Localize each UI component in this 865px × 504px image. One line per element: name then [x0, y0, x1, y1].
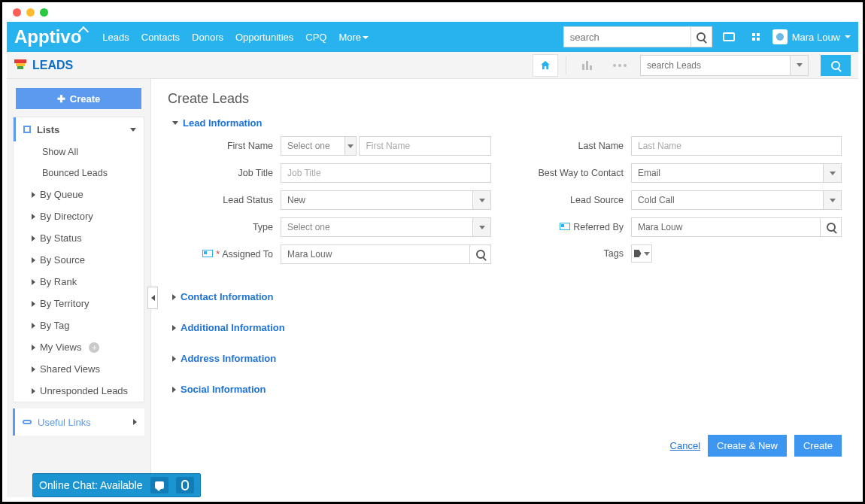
chevron-right-icon	[172, 356, 176, 362]
best-way-select[interactable]: Email	[631, 163, 824, 183]
apps-icon[interactable]	[745, 26, 766, 47]
section-lead-information[interactable]: Lead Information	[172, 117, 842, 129]
search-icon	[697, 32, 706, 41]
sidebar-item-by-directory[interactable]: By Directory	[14, 205, 144, 227]
nav-cpq[interactable]: CPQ	[305, 32, 326, 43]
chevron-down-icon	[479, 199, 485, 202]
chevron-down-icon	[830, 172, 836, 175]
type-dropdown-button[interactable]	[473, 217, 491, 237]
sidebar-item-by-rank[interactable]: By Rank	[14, 271, 144, 293]
chevron-down-icon	[479, 226, 485, 229]
user-name-label: Mara Louw	[792, 32, 840, 43]
nav-more[interactable]: More	[338, 32, 369, 43]
nav-contacts[interactable]: Contacts	[141, 32, 180, 43]
job-title-input[interactable]	[281, 163, 491, 183]
link-icon	[23, 420, 32, 424]
user-menu[interactable]: Mara Louw	[772, 29, 851, 44]
add-view-icon[interactable]: +	[89, 342, 99, 353]
sidebar-item-by-territory[interactable]: By Territory	[14, 293, 144, 314]
first-name-label: First Name	[168, 141, 281, 151]
chevron-down-icon	[830, 199, 836, 202]
lead-source-dropdown-button[interactable]	[824, 190, 842, 210]
sidebar-useful-links[interactable]: Useful Links	[13, 408, 144, 436]
search-icon	[476, 250, 485, 259]
page-title: Create Leads	[168, 91, 842, 107]
chevron-down-icon	[644, 252, 650, 256]
window-controls	[13, 8, 48, 17]
referred-by-lookup-button[interactable]	[821, 217, 842, 237]
minimize-window-icon[interactable]	[26, 8, 35, 17]
nav-donors[interactable]: Donors	[192, 32, 223, 43]
chevron-right-icon	[172, 325, 176, 331]
lead-source-label: Lead Source	[518, 195, 631, 205]
type-label: Type	[168, 222, 281, 232]
global-search-button[interactable]	[691, 26, 712, 47]
store-icon[interactable]	[718, 26, 739, 47]
maximize-window-icon[interactable]	[40, 8, 48, 17]
tag-icon	[634, 250, 642, 257]
tags-button[interactable]	[631, 244, 652, 263]
tags-label: Tags	[518, 248, 631, 259]
card-icon	[560, 223, 570, 230]
create-button[interactable]: ✚ Create	[16, 88, 141, 109]
section-social-information[interactable]: Social Information	[172, 384, 842, 395]
sidebar-item-by-status[interactable]: By Status	[14, 227, 144, 249]
search-icon	[831, 61, 840, 70]
cancel-link[interactable]: Cancel	[670, 440, 700, 451]
close-window-icon[interactable]	[13, 8, 21, 17]
sidebar-item-my-views[interactable]: My Views+	[14, 336, 144, 358]
referred-by-field[interactable]: Mara Louw	[631, 217, 821, 237]
last-name-label: Last Name	[518, 141, 631, 151]
assigned-to-label: *Assigned To	[168, 249, 281, 260]
best-way-dropdown-button[interactable]	[824, 163, 842, 183]
sidebar-item-by-queue[interactable]: By Queue	[14, 184, 144, 205]
sidebar: ✚ Create Lists Show All Bounced Leads By…	[7, 79, 151, 497]
grid-icon	[23, 126, 31, 133]
sidebar-item-shared-views[interactable]: Shared Views	[14, 358, 144, 380]
module-search-input[interactable]	[640, 55, 791, 76]
card-icon	[202, 250, 213, 257]
sidebar-item-unresponded[interactable]: Unresponded Leads	[14, 380, 144, 402]
sidebar-lists-header[interactable]: Lists	[14, 117, 144, 141]
nav-opportunities[interactable]: Opportunities	[235, 32, 293, 43]
first-name-input[interactable]	[359, 136, 491, 156]
lead-status-dropdown-button[interactable]	[473, 190, 491, 210]
section-additional-information[interactable]: Additional Information	[172, 322, 842, 333]
funnel-icon	[14, 59, 26, 71]
salutation-select[interactable]: Select one	[281, 136, 345, 156]
nav-leads[interactable]: Leads	[102, 32, 129, 43]
sidebar-item-show-all[interactable]: Show All	[14, 141, 144, 162]
type-select[interactable]: Select one	[281, 217, 473, 237]
more-actions-icon[interactable]	[607, 54, 633, 77]
home-icon[interactable]	[533, 54, 558, 77]
create-submit-button[interactable]: Create	[794, 435, 842, 457]
lead-source-select[interactable]: Cold Call	[631, 190, 824, 210]
salutation-dropdown-button[interactable]	[345, 136, 357, 156]
module-search-button[interactable]	[821, 55, 851, 76]
charts-icon[interactable]	[574, 54, 599, 77]
chevron-down-icon	[845, 35, 851, 38]
lead-status-label: Lead Status	[168, 195, 281, 205]
sidebar-item-bounced-leads[interactable]: Bounced Leads	[14, 162, 144, 184]
avatar-icon	[772, 29, 788, 44]
chat-bubble-icon[interactable]	[150, 477, 168, 493]
global-search-input[interactable]	[563, 26, 691, 47]
referred-by-label: Referred By	[518, 222, 631, 232]
assigned-to-lookup-button[interactable]	[470, 244, 491, 264]
section-contact-information[interactable]: Contact Information	[172, 291, 842, 302]
module-search-dropdown[interactable]	[791, 55, 809, 76]
chat-widget[interactable]: Online Chat: Available	[32, 473, 201, 497]
chevron-right-icon	[172, 387, 176, 393]
phone-icon[interactable]	[176, 477, 194, 493]
create-and-new-button[interactable]: Create & New	[708, 435, 787, 457]
module-title: LEADS	[32, 59, 73, 72]
sidebar-item-by-tag[interactable]: By Tag	[14, 314, 144, 336]
chat-label: Online Chat: Available	[39, 479, 143, 491]
last-name-input[interactable]	[631, 136, 842, 156]
assigned-to-field[interactable]: Mara Louw	[281, 244, 470, 264]
brand-logo[interactable]: Apptivo	[14, 26, 87, 47]
lead-status-select[interactable]: New	[281, 190, 473, 210]
sidebar-item-by-source[interactable]: By Source	[14, 249, 144, 271]
chevron-down-icon	[797, 63, 803, 67]
section-address-information[interactable]: Address Information	[172, 353, 842, 364]
